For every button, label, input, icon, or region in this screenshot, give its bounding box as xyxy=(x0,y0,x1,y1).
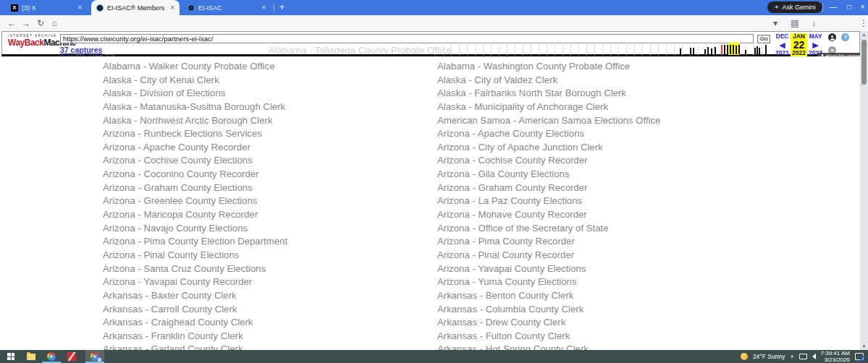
timeline-bar xyxy=(733,45,734,54)
member-list-left-column: Alabama - Walker County Probate OfficeAl… xyxy=(103,60,436,350)
member-row: Arkansas - Franklin County Clerk xyxy=(103,330,436,343)
tab-divider xyxy=(274,4,274,12)
close-window-button[interactable]: × xyxy=(857,0,868,14)
taskbar-clock[interactable]: 7:39:41 AM 3/23/2026 xyxy=(821,350,850,363)
folder-icon xyxy=(27,354,35,360)
tab-ei-isac[interactable]: EI-ISAC × xyxy=(182,0,271,15)
network-icon[interactable] xyxy=(799,354,807,359)
year-current[interactable]: 2022 xyxy=(791,50,807,56)
capture-timeline[interactable] xyxy=(435,43,768,55)
download-icon[interactable]: ↓ xyxy=(808,17,819,29)
timeline-bar xyxy=(757,46,758,54)
help-icon[interactable]: ? xyxy=(841,33,849,41)
tray-expand-icon[interactable]: ∧ xyxy=(790,354,793,359)
member-row: Arkansas - Carroll County Clerk xyxy=(103,303,436,317)
month-prev[interactable]: DEC xyxy=(774,33,791,40)
wayback-machine-logo[interactable]: INTERNET ARCHIVE WayBackMachine xyxy=(8,34,62,48)
timeline-bar xyxy=(690,48,691,54)
member-row: Arizona - Navajo County Elections xyxy=(103,222,436,236)
member-row: Arizona - Santa Cruz County Elections xyxy=(103,262,436,276)
windows-taskbar: 24°F Sunny ∧ 7:39:41 AM 3/23/2026 2 xyxy=(0,350,868,363)
back-icon[interactable]: ← xyxy=(6,17,17,29)
page-scrollbar[interactable]: ▲ ▼ xyxy=(860,31,868,350)
member-list-right-column: Alabama - Washington County Probate Offi… xyxy=(437,60,770,350)
weather-label[interactable]: 24°F Sunny xyxy=(753,353,785,360)
member-row: Arkansas - Hot Spring County Clerk xyxy=(437,343,770,350)
scroll-down-icon[interactable]: ▼ xyxy=(860,343,868,350)
chrome-icon xyxy=(47,352,56,361)
member-row: Arizona - Cochise County Elections xyxy=(103,154,436,168)
member-row: Alaska - Matanuska-Susitna Borough Clerk xyxy=(103,101,436,114)
volume-icon[interactable] xyxy=(812,354,816,359)
member-row: Alaska - Municipality of Anchorage Clerk xyxy=(437,101,770,114)
timeline-bar xyxy=(707,47,709,54)
member-row: Arizona - La Paz County Elections xyxy=(437,195,770,208)
member-row: Arkansas - Garland County Clerk xyxy=(103,343,436,350)
capture-day: 22 xyxy=(791,40,807,50)
chrome-active-window-button[interactable] xyxy=(85,350,104,363)
red-app-icon xyxy=(67,352,76,361)
month-next[interactable]: MAY xyxy=(807,33,824,40)
tab-label: (3) X xyxy=(22,4,36,12)
new-tab-button[interactable]: + xyxy=(277,2,287,13)
member-row: Arizona - Pima County Recorder xyxy=(437,235,770,249)
member-row: Arizona - Coconino County Recorder xyxy=(103,168,436,182)
member-row: Arizona - Apache County Elections xyxy=(437,127,770,141)
tab-close-icon[interactable]: × xyxy=(170,4,174,12)
wayback-toolbar: Alabama - Talladega County Probate Offic… xyxy=(1,31,860,56)
start-button[interactable] xyxy=(1,350,20,363)
timeline-bar xyxy=(765,45,767,54)
member-row: Arizona - Graham County Recorder xyxy=(437,182,770,195)
controls-divider xyxy=(822,4,823,12)
timeline-bar xyxy=(680,48,681,54)
year-prev[interactable]: 2021 xyxy=(774,50,791,56)
forward-icon[interactable]: → xyxy=(20,17,32,29)
tab-close-icon[interactable]: × xyxy=(261,4,266,12)
notification-center-icon[interactable]: 2 xyxy=(855,353,864,360)
member-row: Arkansas - Fulton County Clerk xyxy=(437,330,770,343)
scrollbar-thumb[interactable] xyxy=(861,40,867,85)
cis-favicon-icon xyxy=(187,4,195,12)
next-capture-icon[interactable]: ▶ xyxy=(807,40,824,50)
timeline-bar xyxy=(759,48,760,54)
member-row: Arizona - City of Apache Junction Clerk xyxy=(437,141,770,155)
scroll-up-icon[interactable]: ▲ xyxy=(860,31,868,38)
browser-toolbar: ← → ↻ ⌂ web.archive.org/web/202201222154… xyxy=(0,15,868,31)
side-panel-icon[interactable]: ▤ xyxy=(789,17,801,29)
timeline-bar xyxy=(738,45,740,54)
tab-x[interactable]: X (3) X × xyxy=(6,0,87,15)
notification-badge: 2 xyxy=(860,356,866,362)
member-row: Arizona - Greenlee County Elections xyxy=(103,195,436,208)
ask-gemini-button[interactable]: ✦ Ask Gemini xyxy=(767,1,822,13)
gemini-label: Ask Gemini xyxy=(783,4,816,11)
red-app-button[interactable] xyxy=(62,350,81,363)
weather-sun-icon[interactable] xyxy=(741,353,748,360)
timeline-bar xyxy=(727,45,728,54)
chrome-taskbar-button[interactable] xyxy=(42,350,61,363)
menu-icon[interactable]: ⋮ xyxy=(858,17,868,29)
member-row: Alabama - Walker County Probate Office xyxy=(103,60,436,74)
member-row: Arizona - Yuma County Elections xyxy=(437,276,770,289)
window-overlay-icon xyxy=(98,358,101,362)
timeline-bar xyxy=(754,48,756,54)
home-icon[interactable]: ⌂ xyxy=(49,17,60,29)
tab-label: EI-ISAC® Members xyxy=(107,4,164,12)
system-tray: 24°F Sunny ∧ 7:39:41 AM 3/23/2026 2 xyxy=(741,350,868,363)
file-explorer-button[interactable] xyxy=(22,350,41,363)
ghost-member-row: Alabama - Talladega County Probate Offic… xyxy=(269,45,452,56)
minimize-button[interactable]: — xyxy=(825,0,841,14)
tab-group-icon[interactable]: ▾ xyxy=(770,17,781,29)
member-row: Arkansas - Columbia County Clerk xyxy=(437,303,770,317)
member-row: Arizona - Maricopa County Recorder xyxy=(103,208,436,222)
prev-capture-icon[interactable]: ◀ xyxy=(774,40,791,50)
tab-ei-isac-members[interactable]: EI-ISAC® Members × xyxy=(91,0,180,15)
member-row: American Samoa - American Samoa Election… xyxy=(437,114,770,128)
account-icon[interactable] xyxy=(828,33,836,41)
reload-icon[interactable]: ↻ xyxy=(35,17,46,29)
member-row: Arkansas - Benton County Clerk xyxy=(437,289,770,303)
member-row: Arizona - Yavapai County Elections xyxy=(437,262,770,276)
browser-tab-strip: X (3) X × EI-ISAC® Members × EI-ISAC × +… xyxy=(0,0,868,15)
tab-close-icon[interactable]: × xyxy=(77,4,82,12)
maximize-button[interactable]: □ xyxy=(841,0,857,14)
timeline-bar xyxy=(736,46,737,54)
